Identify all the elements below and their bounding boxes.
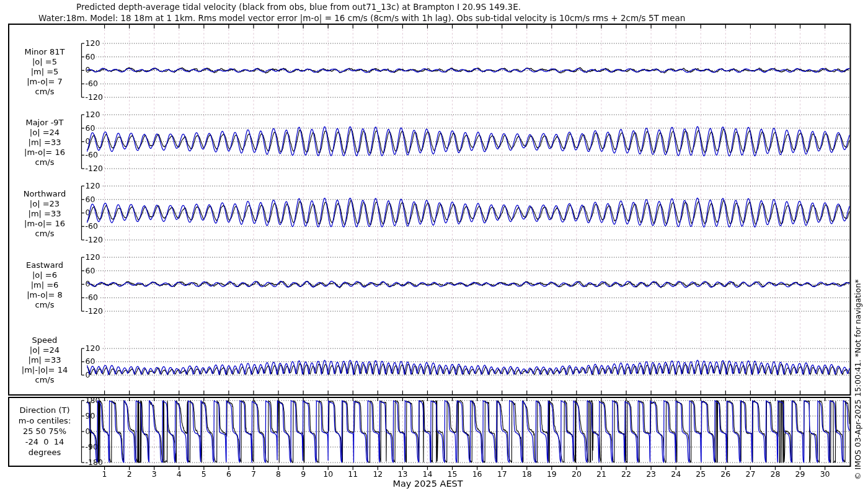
model-rms: |m| =33	[10, 138, 79, 148]
centiles-pcts: 25 50 75%	[10, 426, 79, 436]
panel-label-minor: Minor 81T |o| =5 |m| =5 |m-o|= 7 cm/s	[10, 47, 79, 97]
error-rms: |m|-|o|= 14	[10, 365, 79, 375]
error-rms: |m-o|= 8	[10, 290, 79, 300]
panel-title: Major -9T	[10, 118, 79, 128]
units-label: cm/s	[10, 229, 79, 239]
panel-title: Direction (T)	[10, 405, 79, 415]
panel-label-major: Major -9T |o| =24 |m| =33 |m-o|= 16 cm/s	[10, 118, 79, 167]
model-rms: |m| =33	[10, 209, 79, 219]
chart-title-line2: Water:18m. Model: 18 18m at 1 1km. Rms m…	[38, 13, 685, 23]
panel-title: Speed	[10, 335, 79, 345]
obs-rms: |o| =23	[10, 199, 79, 209]
watermark-imos: © IMOS 03-Apr-2025 15:00:41. *Not for na…	[853, 279, 862, 480]
obs-rms: |o| =24	[10, 345, 79, 355]
panel-label-direction: Direction (T) m-o centiles: 25 50 75% -2…	[10, 405, 79, 458]
panel-label-speed: Speed |o| =24 |m| =33 |m|-|o|= 14 cm/s	[10, 335, 79, 385]
model-rms: |m| =33	[10, 355, 79, 365]
panel-label-eastward: Eastward |o| =6 |m| =6 |m-o|= 8 cm/s	[10, 260, 79, 310]
chart-title-line1: Predicted depth-average tidal velocity (…	[76, 2, 521, 12]
tidal-plot-canvas	[0, 0, 868, 496]
units-label: degrees	[10, 447, 79, 458]
obs-rms: |o| =5	[10, 57, 79, 67]
centiles-values: -24 0 14	[10, 436, 79, 447]
model-rms: |m| =5	[10, 67, 79, 77]
panel-title: Northward	[10, 189, 79, 199]
units-label: cm/s	[10, 300, 79, 310]
units-label: cm/s	[10, 87, 79, 97]
panel-title: Eastward	[10, 260, 79, 270]
obs-rms: |o| =24	[10, 128, 79, 138]
error-rms: |m-o|= 16	[10, 148, 79, 157]
panel-title: Minor 81T	[10, 47, 79, 57]
model-rms: |m| =6	[10, 280, 79, 290]
error-rms: |m-o|= 16	[10, 219, 79, 229]
x-axis-label: May 2025 AEST	[392, 479, 463, 489]
error-rms: |m-o|= 7	[10, 77, 79, 87]
panel-label-northward: Northward |o| =23 |m| =33 |m-o|= 16 cm/s	[10, 189, 79, 239]
obs-rms: |o| =6	[10, 270, 79, 280]
units-label: cm/s	[10, 375, 79, 385]
centiles-caption: m-o centiles:	[10, 415, 79, 426]
units-label: cm/s	[10, 157, 79, 167]
